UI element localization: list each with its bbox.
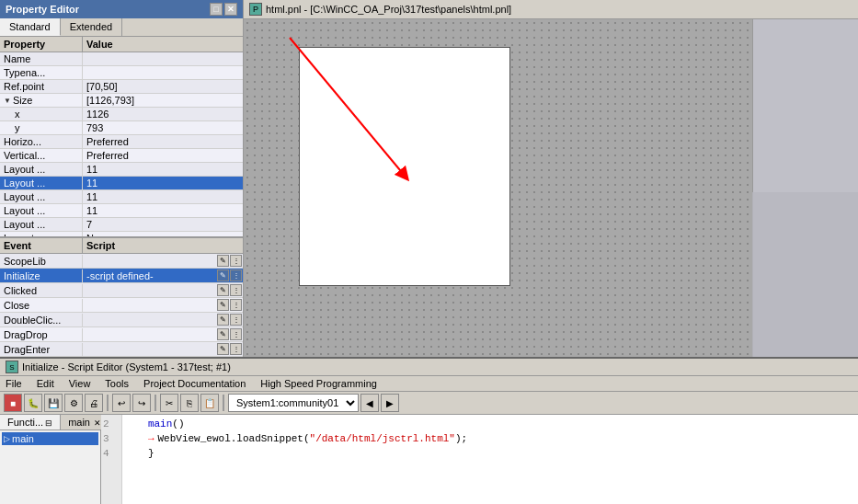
row-icons: ✎ ⋮	[216, 254, 243, 268]
prop-row[interactable]: y793	[0, 121, 243, 135]
edit-icon[interactable]: ✎	[217, 284, 229, 296]
script-editor-area: S Initialize - Script Editor (System1 - …	[0, 357, 858, 504]
code-line-2: main()	[148, 417, 854, 431]
stop-btn[interactable]: ■	[4, 394, 22, 412]
more-icon[interactable]: ⋮	[230, 343, 242, 355]
redo-btn[interactable]: ↪	[132, 394, 151, 412]
script-icon: S	[6, 361, 18, 373]
tab-bar: Standard Extended	[0, 18, 243, 37]
prop-row-selected[interactable]: Layout ...11	[0, 177, 243, 190]
prop-row[interactable]: Vertical...Preferred	[0, 149, 243, 163]
paste-btn[interactable]: 📋	[200, 394, 219, 412]
menu-view[interactable]: View	[67, 377, 93, 390]
more-icon[interactable]: ⋮	[230, 299, 242, 311]
nav-fwd-btn[interactable]: ▶	[381, 394, 399, 412]
tree-item-label: main	[12, 433, 34, 444]
prop-row[interactable]: Ref.point[70,50]	[0, 80, 243, 94]
prop-row[interactable]: Layout ...11	[0, 190, 243, 204]
panel-icon: P	[249, 3, 262, 16]
prop-row[interactable]: Horizo...Preferred	[0, 135, 243, 149]
event-col-header: Event	[0, 238, 83, 253]
canvas-area: P html.pnl - [C:\WinCC_OA_Proj\317test\p…	[244, 0, 858, 357]
script-left-panel: Functi...⊟ main✕ ▷ main	[0, 415, 101, 504]
more-icon[interactable]: ⋮	[230, 284, 242, 296]
tab-dock-icon[interactable]: ⊟	[45, 418, 52, 428]
event-row-scopelib[interactable]: ScopeLib ✎ ⋮	[0, 254, 243, 269]
script-toolbar: ■ 🐛 💾 ⚙ 🖨 ↩ ↪ ✂ ⎘ 📋 System1:community01 …	[0, 392, 858, 415]
canvas-titlebar: P html.pnl - [C:\WinCC_OA_Proj\317test\p…	[244, 0, 858, 19]
script-panel-tabs: Functi...⊟ main✕	[0, 415, 100, 430]
event-section: Event Script ScopeLib ✎ ⋮ Initialize -sc…	[0, 236, 243, 357]
nav-back-btn[interactable]: ◀	[360, 394, 379, 412]
script-menubar: File Edit View Tools Project Documentati…	[0, 376, 858, 392]
tab-functi[interactable]: Functi...⊟	[0, 415, 61, 430]
prop-row[interactable]: Name	[0, 52, 243, 66]
compile-btn[interactable]: ⚙	[64, 394, 83, 412]
script-col-header: Script	[83, 238, 243, 253]
val-col-header: Value	[83, 37, 243, 52]
menu-edit[interactable]: Edit	[35, 377, 56, 390]
more-icon[interactable]: ⋮	[230, 255, 242, 267]
close-button[interactable]: ✕	[224, 3, 237, 16]
prop-row[interactable]: Layout ...11	[0, 163, 243, 177]
event-row-clicked[interactable]: Clicked ✎ ⋮	[0, 283, 243, 298]
prop-row[interactable]: x1126	[0, 108, 243, 121]
copy-btn[interactable]: ⎘	[180, 394, 199, 412]
menu-highspeed[interactable]: High Speed Programming	[258, 377, 379, 390]
script-code-editor[interactable]: 2 3 4 main() → WebView_ewol.loadSnippet(…	[101, 415, 858, 504]
property-table: Property Value Name Typena... Ref.point[…	[0, 37, 243, 236]
more-icon[interactable]: ⋮	[230, 328, 242, 340]
editor-container: 2 3 4 main() → WebView_ewol.loadSnippet(…	[101, 415, 858, 504]
event-row-doubleclic[interactable]: DoubleClic... ✎ ⋮	[0, 313, 243, 327]
restore-button[interactable]: □	[210, 3, 223, 16]
tab-close-icon[interactable]: ✕	[94, 418, 101, 428]
print-btn[interactable]: 🖨	[85, 394, 103, 412]
event-row-dragdrop[interactable]: DragDrop ✎ ⋮	[0, 327, 243, 342]
more-icon[interactable]: ⋮	[230, 314, 242, 326]
prop-row[interactable]: Layout ...7	[0, 218, 243, 232]
more-icon[interactable]: ⋮	[230, 269, 242, 281]
edit-icon[interactable]: ✎	[217, 328, 229, 340]
script-editor-title-label: Initialize - Script Editor (System1 - 31…	[22, 361, 231, 372]
cut-btn[interactable]: ✂	[160, 394, 178, 412]
red-arrow-indicator: →	[148, 431, 154, 446]
edit-icon[interactable]: ✎	[217, 255, 229, 267]
event-row-dragenter[interactable]: DragEnter ✎ ⋮	[0, 342, 243, 357]
tab-extended[interactable]: Extended	[61, 18, 122, 36]
prop-table-header: Property Value	[0, 37, 243, 52]
edit-icon[interactable]: ✎	[217, 343, 229, 355]
script-content: Functi...⊟ main✕ ▷ main 2 3 4 m	[0, 415, 858, 504]
property-editor: Property Editor □ ✕ Standard Extended Pr…	[0, 0, 244, 357]
prop-col-header: Property	[0, 37, 83, 52]
event-table-header: Event Script	[0, 238, 243, 254]
prop-row[interactable]: Typena...	[0, 66, 243, 80]
line-numbers: 2 3 4	[101, 415, 122, 504]
code-line-4: }	[148, 446, 854, 461]
property-editor-title-label: Property Editor	[6, 4, 79, 15]
canvas-title: html.pnl - [C:\WinCC_OA_Proj\317test\pan…	[266, 4, 511, 15]
event-row-close[interactable]: Close ✎ ⋮	[0, 298, 243, 313]
right-panel-bg	[752, 192, 858, 357]
menu-project-doc[interactable]: Project Documentation	[142, 377, 247, 390]
menu-tools[interactable]: Tools	[103, 377, 131, 390]
prop-row[interactable]: Layout ...11	[0, 204, 243, 218]
edit-icon[interactable]: ✎	[217, 269, 229, 281]
right-decorative-panel	[752, 19, 858, 357]
tree-expand-icon: ▷	[4, 434, 10, 443]
system-combo[interactable]: System1:community01	[228, 394, 359, 412]
save-btn[interactable]: 💾	[44, 394, 63, 412]
canvas-content[interactable]	[244, 19, 858, 357]
event-row-initialize[interactable]: Initialize -script defined- ✎ ⋮	[0, 269, 243, 283]
undo-btn[interactable]: ↩	[112, 394, 131, 412]
prop-row-size[interactable]: ▼Size[1126,793]	[0, 94, 243, 108]
code-line-3: → WebView_ewol.loadSnippet("/data/html/j…	[148, 431, 854, 446]
tab-standard[interactable]: Standard	[0, 18, 61, 36]
menu-file[interactable]: File	[4, 377, 24, 390]
code-area[interactable]: main() → WebView_ewol.loadSnippet("/data…	[144, 415, 858, 504]
script-editor-titlebar: S Initialize - Script Editor (System1 - …	[0, 359, 858, 376]
canvas-white-box	[299, 47, 510, 286]
edit-icon[interactable]: ✎	[217, 314, 229, 326]
tree-item-main[interactable]: ▷ main	[2, 432, 98, 445]
debug-btn[interactable]: 🐛	[24, 394, 42, 412]
edit-icon[interactable]: ✎	[217, 299, 229, 311]
